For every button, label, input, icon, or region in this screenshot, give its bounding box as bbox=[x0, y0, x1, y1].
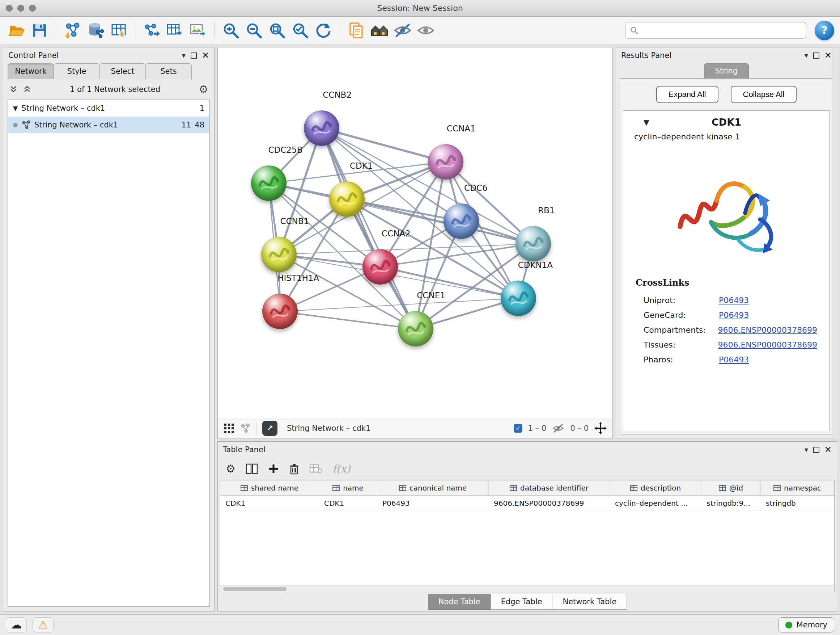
cell-namespace[interactable]: stringdb bbox=[761, 496, 834, 510]
search-box[interactable] bbox=[625, 22, 806, 39]
node-CCNA1[interactable] bbox=[428, 144, 463, 180]
help-button[interactable]: ? bbox=[815, 21, 834, 40]
network-canvas[interactable]: CCNB2CCNA1CDC25BCDK1CDC6RB1CCNB1CCNA2CDK… bbox=[218, 48, 613, 418]
tab-select[interactable]: Select bbox=[99, 63, 146, 79]
cloud-status-button[interactable]: ☁ bbox=[6, 617, 27, 632]
hide-selected-eye-slash-icon[interactable] bbox=[392, 20, 413, 41]
node-CCNE1[interactable] bbox=[398, 311, 433, 347]
results-scrollbar[interactable] bbox=[832, 48, 836, 437]
panel-close-icon[interactable]: ✕ bbox=[824, 445, 832, 455]
column-header[interactable]: namespac bbox=[761, 480, 834, 495]
column-header[interactable]: shared name bbox=[220, 480, 319, 495]
pan-crosshair-icon[interactable] bbox=[594, 422, 607, 434]
export-network-icon[interactable] bbox=[141, 20, 162, 41]
node-CDK1[interactable] bbox=[329, 181, 365, 217]
selected-count: 1 – 0 bbox=[528, 424, 546, 432]
search-input[interactable] bbox=[642, 26, 801, 35]
zoom-selected-icon[interactable] bbox=[290, 20, 311, 41]
node-CDKN1A[interactable] bbox=[501, 280, 536, 316]
show-eye-icon[interactable] bbox=[415, 20, 436, 41]
collapse-all-button[interactable]: Collapse All bbox=[731, 86, 797, 103]
crosslink-link[interactable]: P06493 bbox=[719, 310, 749, 320]
panel-menu-icon[interactable]: ▾ bbox=[805, 52, 808, 59]
zoom-out-icon[interactable] bbox=[243, 20, 264, 41]
tab-network-table[interactable]: Network Table bbox=[552, 594, 627, 610]
tab-string[interactable]: String bbox=[704, 63, 749, 79]
node-CDC25B[interactable] bbox=[251, 165, 286, 201]
node-CCNB2[interactable] bbox=[304, 111, 339, 146]
column-header[interactable]: @id bbox=[701, 480, 761, 495]
table-row[interactable]: CDK1 CDK1 P06493 9606.ENSP00000378699 cy… bbox=[220, 496, 834, 511]
node-RB1[interactable] bbox=[515, 226, 551, 261]
maximize-window-button[interactable] bbox=[29, 5, 36, 11]
crosslink-link[interactable]: 9606.ENSP00000378699 bbox=[718, 325, 817, 334]
save-session-icon[interactable] bbox=[29, 20, 50, 41]
tab-node-table[interactable]: Node Table bbox=[428, 594, 491, 610]
panel-menu-icon[interactable]: ▾ bbox=[182, 52, 186, 59]
selected-nodes-checkbox-icon[interactable]: ✓ bbox=[514, 424, 523, 432]
add-column-icon[interactable] bbox=[268, 463, 279, 474]
crosslink-link[interactable]: P06493 bbox=[719, 296, 749, 305]
open-in-new-window-icon[interactable]: ↗ bbox=[262, 421, 278, 436]
zoom-fit-icon[interactable] bbox=[267, 20, 287, 41]
show-all-houses-icon[interactable] bbox=[369, 20, 390, 41]
node-HIST1H1A[interactable] bbox=[262, 294, 298, 329]
crosslink-link[interactable]: 9606.ENSP00000378699 bbox=[718, 340, 817, 349]
panel-float-icon[interactable] bbox=[813, 447, 819, 453]
cell-name[interactable]: CDK1 bbox=[319, 496, 377, 510]
export-table-icon[interactable] bbox=[164, 20, 185, 41]
node-CCNB1[interactable] bbox=[261, 237, 297, 272]
memory-status-dot-icon bbox=[785, 622, 792, 629]
crosslink-link[interactable]: P06493 bbox=[719, 355, 749, 364]
expand-all-chevrons-icon[interactable] bbox=[23, 85, 32, 94]
show-columns-icon[interactable] bbox=[246, 463, 258, 474]
cell-id[interactable]: stringdb:9... bbox=[701, 496, 761, 510]
window-controls[interactable] bbox=[6, 5, 36, 11]
network-row-selected[interactable]: String Network – cdk1 11 48 bbox=[8, 117, 210, 133]
minimize-window-button[interactable] bbox=[17, 5, 24, 11]
network-collection-row[interactable]: ▼ String Network – cdk1 1 bbox=[8, 100, 210, 117]
export-image-icon[interactable] bbox=[187, 20, 208, 41]
open-session-icon[interactable] bbox=[6, 20, 27, 41]
close-window-button[interactable] bbox=[6, 5, 13, 11]
scrollbar-thumb[interactable] bbox=[223, 587, 286, 591]
memory-button[interactable]: Memory bbox=[778, 617, 834, 632]
refresh-layout-icon[interactable] bbox=[313, 20, 334, 41]
column-header[interactable]: name bbox=[319, 480, 377, 495]
column-header[interactable]: description bbox=[610, 480, 701, 495]
collapse-all-chevrons-icon[interactable] bbox=[9, 85, 18, 94]
import-network-database-icon[interactable] bbox=[85, 20, 106, 41]
table-settings-gear-icon[interactable]: ⚙ bbox=[226, 463, 235, 474]
network-overview-icon[interactable] bbox=[240, 423, 250, 433]
column-header[interactable]: canonical name bbox=[377, 480, 489, 495]
node-CDC6[interactable] bbox=[444, 203, 479, 239]
node-CCNA2[interactable] bbox=[363, 249, 398, 285]
panel-close-icon[interactable]: ✕ bbox=[824, 50, 832, 60]
expand-all-button[interactable]: Expand All bbox=[656, 86, 718, 103]
tab-edge-table[interactable]: Edge Table bbox=[491, 594, 553, 610]
tree-expand-caret-icon[interactable]: ▼ bbox=[13, 105, 18, 112]
panel-float-icon[interactable] bbox=[191, 52, 197, 59]
protein-card-header[interactable]: ▼ CDK1 bbox=[623, 111, 829, 131]
cell-database-identifier[interactable]: 9606.ENSP00000378699 bbox=[489, 496, 610, 510]
column-header[interactable]: database identifier bbox=[489, 480, 610, 495]
tab-sets[interactable]: Sets bbox=[145, 63, 192, 79]
cell-description[interactable]: cyclin–dependent ... bbox=[610, 496, 701, 510]
gear-icon[interactable]: ⚙ bbox=[199, 84, 208, 95]
panel-close-icon[interactable]: ✕ bbox=[202, 50, 209, 60]
import-network-file-icon[interactable] bbox=[62, 20, 83, 41]
panel-float-icon[interactable] bbox=[813, 52, 819, 59]
import-table-icon[interactable] bbox=[108, 20, 129, 41]
grid-view-icon[interactable] bbox=[224, 423, 234, 434]
cell-shared-name[interactable]: CDK1 bbox=[220, 496, 319, 510]
protein-collapse-caret-icon[interactable]: ▼ bbox=[644, 118, 649, 127]
zoom-in-icon[interactable] bbox=[220, 20, 241, 41]
panel-menu-icon[interactable]: ▾ bbox=[805, 446, 808, 453]
warnings-button[interactable]: ⚠ bbox=[33, 617, 54, 632]
copy-document-icon[interactable] bbox=[346, 20, 367, 41]
tab-network[interactable]: Network bbox=[8, 63, 54, 79]
cell-canonical-name[interactable]: P06493 bbox=[377, 496, 489, 510]
delete-column-trash-icon[interactable] bbox=[289, 463, 299, 475]
tab-style[interactable]: Style bbox=[54, 63, 100, 79]
table-horizontal-scrollbar[interactable] bbox=[220, 585, 834, 592]
